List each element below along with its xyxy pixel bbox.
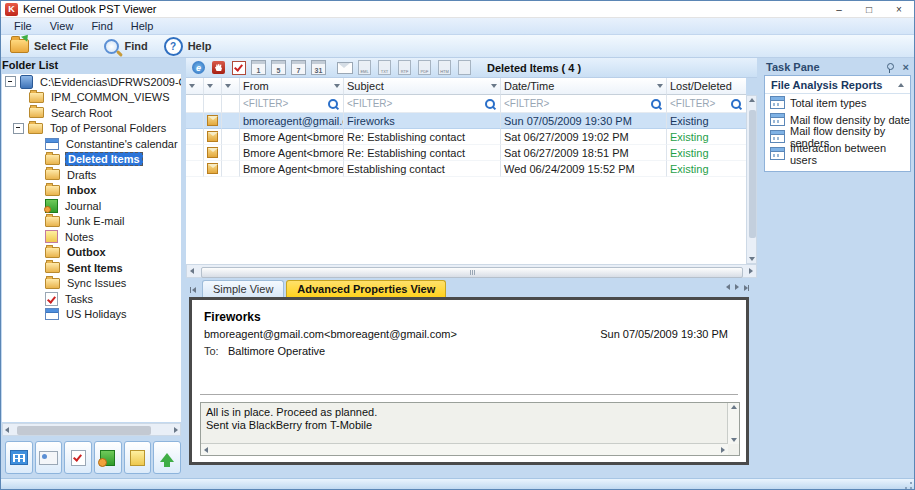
lost-deleted-filter-input[interactable]: <FILTER> <box>667 95 746 113</box>
calendar-7-button[interactable]: 7 <box>289 59 308 76</box>
help-button[interactable]: ? Help <box>159 35 217 58</box>
collapse-icon[interactable] <box>898 83 904 87</box>
notes-shortcut-button[interactable] <box>124 441 152 474</box>
contacts-shortcut-button[interactable] <box>35 441 63 474</box>
menu-help[interactable]: Help <box>122 20 163 32</box>
from-column-header[interactable]: From <box>240 78 344 95</box>
export-eml-button[interactable]: EML <box>355 59 374 76</box>
export-rtf-button[interactable]: RTF <box>395 59 414 76</box>
report-total-item-types[interactable]: Total item types <box>765 94 910 111</box>
chevron-down-icon[interactable] <box>491 84 497 88</box>
tree-item-constantines-calendar[interactable]: Constantine's calendar <box>2 136 181 152</box>
icon-column-header[interactable] <box>204 78 222 95</box>
scrollbar-thumb[interactable] <box>201 267 743 278</box>
tree-item-us-holidays[interactable]: US Holidays <box>2 307 181 323</box>
flag-column-header[interactable] <box>186 78 204 95</box>
message-row[interactable]: Bmore Agent<bmoreagent@... Re: Establish… <box>186 129 746 145</box>
scroll-left-icon[interactable] <box>190 268 194 274</box>
chevron-down-icon[interactable] <box>657 84 663 88</box>
tree-item-pst-root[interactable]: C:\Evidencias\DFRWS2009-Outlo <box>2 74 181 90</box>
tree-item-top-of-personal-folders[interactable]: Top of Personal Folders <box>2 121 181 137</box>
task-filter-button[interactable] <box>229 59 248 76</box>
report-interaction-between-users[interactable]: Interaction between users <box>765 145 910 162</box>
tree-item-ipm-common-views[interactable]: IPM_COMMON_VIEWS <box>2 90 181 106</box>
collapse-expander-icon[interactable] <box>5 76 16 87</box>
grid-vscrollbar[interactable] <box>746 95 757 264</box>
tree-item-junk-email[interactable]: Junk E-mail <box>2 214 181 230</box>
tree-item-outbox[interactable]: Outbox <box>2 245 181 261</box>
close-button[interactable]: × <box>884 4 914 15</box>
scroll-right-icon[interactable] <box>749 268 753 274</box>
tasks-shortcut-button[interactable] <box>64 441 92 474</box>
tab-scroll-first-button[interactable] <box>190 287 196 293</box>
from-filter-input[interactable]: <FILTER> <box>240 95 344 113</box>
tree-item-search-root[interactable]: Search Root <box>2 105 181 121</box>
message-row-selected[interactable]: bmoreagent@gmail.com<bm... Fireworks Sun… <box>186 113 746 129</box>
search-icon[interactable] <box>651 99 661 109</box>
scrollbar-thumb[interactable] <box>17 426 151 435</box>
scroll-up-icon[interactable] <box>731 405 737 409</box>
calendar-5-button[interactable]: 5 <box>269 59 288 76</box>
scroll-up-icon[interactable] <box>749 98 755 102</box>
body-hscrollbar[interactable] <box>201 443 728 455</box>
datetime-filter-input[interactable]: <FILTER> <box>501 95 667 113</box>
scroll-left-icon[interactable] <box>204 447 208 453</box>
tab-next-icon[interactable] <box>735 284 739 290</box>
calendar-shortcut-button[interactable] <box>5 441 33 474</box>
collapse-expander-icon[interactable] <box>13 123 24 134</box>
menu-find[interactable]: Find <box>82 20 121 32</box>
tree-item-tasks[interactable]: Tasks <box>2 291 181 307</box>
scroll-down-icon[interactable] <box>731 438 737 442</box>
export-txt-button[interactable]: TXT <box>375 59 394 76</box>
lost-deleted-column-header[interactable]: Lost/Deleted <box>667 78 746 95</box>
up-folder-shortcut-button[interactable] <box>153 441 181 474</box>
subject-column-header[interactable]: Subject <box>344 78 501 95</box>
maximize-button[interactable]: □ <box>854 4 884 15</box>
file-analysis-reports-header[interactable]: File Analysis Reports <box>765 76 910 94</box>
scroll-right-icon[interactable] <box>721 447 725 453</box>
tab-advanced-properties-view[interactable]: Advanced Properties View <box>286 280 446 297</box>
message-row[interactable]: Bmore Agent<bmoreagent@... Re: Establish… <box>186 145 746 161</box>
calendar-1-button[interactable]: 1 <box>249 59 268 76</box>
resize-grip[interactable] <box>905 482 912 489</box>
tree-item-drafts[interactable]: Drafts <box>2 167 181 183</box>
folder-list-hscrollbar[interactable] <box>2 423 181 436</box>
export-html-button[interactable]: HTM <box>435 59 454 76</box>
export-file-button[interactable] <box>455 59 474 76</box>
scroll-left-icon[interactable] <box>5 427 9 433</box>
grid-hscrollbar[interactable] <box>186 264 757 278</box>
preview-body-box[interactable]: All is in place. Proceed as planned. Sen… <box>200 402 740 456</box>
tab-simple-view[interactable]: Simple View <box>202 280 284 297</box>
scroll-right-icon[interactable] <box>174 427 178 433</box>
journal-shortcut-button[interactable] <box>94 441 122 474</box>
search-icon[interactable] <box>328 99 338 109</box>
calendar-31-button[interactable]: 31 <box>309 59 328 76</box>
envelope-button[interactable] <box>335 59 354 76</box>
chevron-down-icon[interactable] <box>334 84 340 88</box>
menu-view[interactable]: View <box>41 20 83 32</box>
tree-item-journal[interactable]: Journal <box>2 198 181 214</box>
minimize-button[interactable]: – <box>824 4 854 15</box>
tree-item-deleted-items[interactable]: Deleted Items <box>2 152 181 168</box>
message-row[interactable]: Bmore Agent<bmoreagent@... Establishing … <box>186 161 746 177</box>
tree-item-sent-items[interactable]: Sent Items <box>2 260 181 276</box>
tree-item-inbox[interactable]: Inbox <box>2 183 181 199</box>
search-icon[interactable] <box>731 99 741 109</box>
task-pane-close-icon[interactable]: × <box>903 61 909 73</box>
scroll-down-icon[interactable] <box>749 257 755 261</box>
datetime-column-header[interactable]: Date/Time <box>501 78 667 95</box>
pin-icon[interactable] <box>887 63 894 70</box>
tree-item-sync-issues[interactable]: Sync Issues <box>2 276 181 292</box>
tree-item-notes[interactable]: Notes <box>2 229 181 245</box>
subject-filter-input[interactable]: <FILTER> <box>344 95 501 113</box>
export-pdf-button[interactable]: PDF <box>415 59 434 76</box>
body-vscrollbar[interactable] <box>727 403 739 444</box>
stop-hand-button[interactable] <box>209 59 228 76</box>
find-button[interactable]: Find <box>99 37 152 56</box>
menu-file[interactable]: File <box>5 20 41 32</box>
search-icon[interactable] <box>485 99 495 109</box>
tab-prev-icon[interactable] <box>726 284 730 290</box>
select-file-button[interactable]: Select File <box>5 37 93 55</box>
internet-explorer-button[interactable]: e <box>189 59 208 76</box>
tab-last-icon[interactable] <box>744 281 749 293</box>
